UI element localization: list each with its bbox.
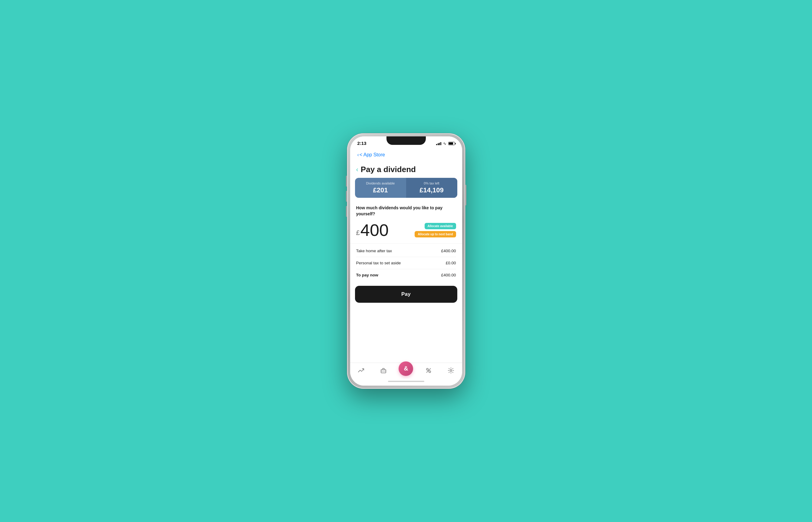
tab-bar: &: [350, 363, 462, 379]
tax-left-label: 0% tax left: [411, 181, 452, 185]
wifi-icon: ∿: [443, 141, 446, 146]
personal-tax-row: Personal tax to set aside £0.00: [356, 257, 456, 269]
to-pay-now-value: £400.00: [441, 273, 456, 277]
to-pay-now-row: To pay now £400.00: [356, 269, 456, 281]
home-indicator-bar: [388, 381, 424, 382]
ampersand-tab[interactable]: &: [399, 361, 413, 376]
allocate-next-band-button[interactable]: Allocate up to next band: [414, 231, 456, 237]
svg-line-4: [426, 368, 431, 373]
tax-left-value: £14,109: [411, 186, 452, 194]
allocation-buttons: Allocate available Allocate up to next b…: [414, 223, 456, 237]
take-home-value: £400.00: [441, 248, 456, 253]
info-card: Dividends available £201 0% tax left £14…: [355, 178, 457, 198]
take-home-label: Take home after tax: [356, 248, 392, 253]
tax-left-section: 0% tax left £14,109: [406, 178, 457, 198]
personal-tax-value: £0.00: [446, 261, 456, 265]
phone-device: 2:13 ∿ ‹ < App Store: [347, 133, 465, 389]
settings-tab[interactable]: [444, 366, 458, 377]
gear-icon: [448, 367, 454, 375]
status-icons: ∿: [436, 141, 455, 146]
percent-tab[interactable]: [422, 366, 436, 377]
question-text: How much dividends would you like to pay…: [350, 203, 462, 220]
app-store-back-arrow-icon[interactable]: ‹: [357, 152, 359, 158]
main-content: ‹ Pay a dividend Dividends available £20…: [350, 160, 462, 363]
status-time: 2:13: [357, 141, 367, 146]
to-pay-now-label: To pay now: [356, 273, 378, 277]
trends-tab[interactable]: [354, 366, 368, 377]
page-title: Pay a dividend: [361, 165, 416, 174]
dividends-available-label: Dividends available: [360, 181, 401, 185]
amount-value[interactable]: 400: [361, 222, 389, 239]
back-button[interactable]: ‹: [356, 166, 358, 174]
app-store-bar: ‹ < App Store: [350, 152, 462, 160]
svg-point-2: [426, 368, 428, 370]
app-store-label[interactable]: < App Store: [360, 152, 385, 158]
signal-bars-icon: [436, 142, 441, 145]
trends-icon: [358, 367, 364, 375]
summary-section: Take home after tax £400.00 Personal tax…: [350, 243, 462, 282]
take-home-row: Take home after tax £400.00: [356, 245, 456, 257]
ampersand-icon: &: [404, 365, 408, 372]
briefcase-icon: [380, 367, 387, 375]
percent-icon: [425, 367, 432, 375]
dividends-available-value: £201: [360, 186, 401, 194]
page-header: ‹ Pay a dividend: [350, 160, 462, 178]
pay-section: Pay: [350, 282, 462, 309]
home-indicator: [350, 379, 462, 386]
status-bar: 2:13 ∿: [350, 136, 462, 152]
svg-point-3: [429, 371, 431, 373]
svg-point-5: [450, 369, 452, 372]
notch: [386, 136, 426, 145]
amount-row: £ 400 Allocate available Allocate up to …: [350, 220, 462, 243]
dividends-available-section: Dividends available £201: [355, 178, 406, 198]
pay-button[interactable]: Pay: [355, 286, 457, 303]
amount-input-area[interactable]: £ 400: [356, 222, 389, 239]
personal-tax-label: Personal tax to set aside: [356, 261, 401, 265]
pound-prefix-icon: £: [356, 229, 360, 237]
phone-screen: 2:13 ∿ ‹ < App Store: [350, 136, 462, 386]
briefcase-tab[interactable]: [376, 366, 390, 377]
battery-icon: [448, 142, 455, 145]
allocate-available-button[interactable]: Allocate available: [425, 223, 456, 229]
